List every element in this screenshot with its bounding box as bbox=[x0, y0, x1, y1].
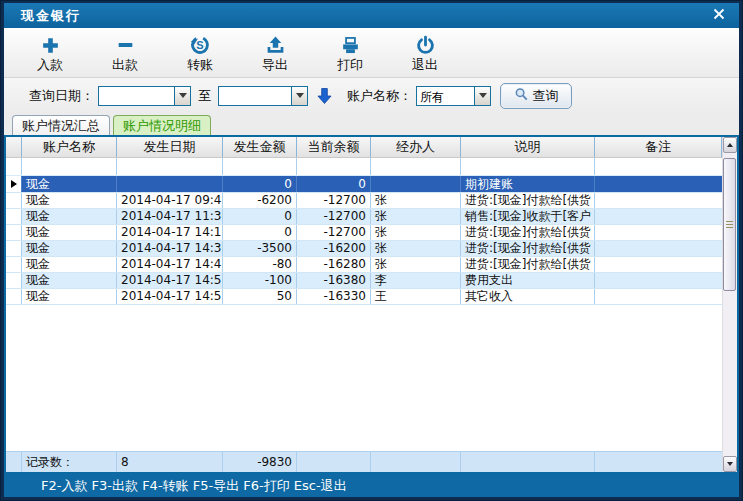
cell-note bbox=[595, 176, 722, 192]
scrollbar-up-button[interactable] bbox=[723, 137, 737, 153]
table-row[interactable]: 现金2014-04-17 14:31-3500-16200张进货:[现金]付款给… bbox=[6, 241, 722, 257]
transfer-label: 转账 bbox=[187, 57, 213, 73]
cell-account: 现金 bbox=[22, 209, 117, 224]
column-header-5[interactable]: 说明 bbox=[461, 137, 595, 157]
footer-empty-cell bbox=[371, 452, 461, 472]
account-combo-value[interactable]: 所有 bbox=[417, 87, 474, 105]
close-button[interactable] bbox=[709, 6, 729, 26]
cell-date: 2014-04-17 14:51 bbox=[117, 273, 223, 288]
cell-balance: -12700 bbox=[297, 209, 371, 224]
account-dropdown-button[interactable] bbox=[474, 87, 490, 105]
table-row[interactable]: 现金2014-04-17 14:160-12700张进货:[现金]付款给[供货 bbox=[6, 225, 722, 241]
vertical-scrollbar[interactable] bbox=[722, 137, 737, 472]
transfer-button[interactable]: S 转账 bbox=[167, 30, 233, 76]
withdraw-button[interactable]: 出款 bbox=[92, 30, 158, 76]
search-button-label: 查询 bbox=[533, 87, 559, 105]
empty-row[interactable] bbox=[6, 158, 722, 176]
date-to-dropdown-button[interactable] bbox=[291, 87, 307, 105]
chevron-down-icon bbox=[479, 93, 487, 98]
cell-account: 现金 bbox=[22, 225, 117, 240]
row-indicator-cell bbox=[6, 257, 22, 272]
cell-date: 2014-04-17 14:43 bbox=[117, 257, 223, 272]
column-header-1[interactable]: 发生日期 bbox=[117, 137, 223, 157]
exit-button[interactable]: 退出 bbox=[392, 30, 458, 76]
scrollbar-down-button[interactable] bbox=[723, 456, 737, 472]
tab-account-summary[interactable]: 账户情况汇总 bbox=[12, 115, 110, 135]
scrollbar-track[interactable] bbox=[723, 153, 737, 456]
date-to-combo[interactable] bbox=[218, 86, 308, 106]
column-header-2[interactable]: 发生金额 bbox=[223, 137, 297, 157]
cell-handler: 张 bbox=[371, 209, 461, 224]
footer-empty-cell bbox=[595, 452, 722, 472]
cell-desc: 销售:[现金]收款于[客户 bbox=[461, 209, 595, 224]
amount-sum-value: -9830 bbox=[223, 452, 297, 472]
table-row[interactable]: 现金2014-04-17 14:51-100-16380李费用支出 bbox=[6, 273, 722, 289]
table-row[interactable]: 现金2014-04-17 11:340-12700张销售:[现金]收款于[客户 bbox=[6, 209, 722, 225]
table-row[interactable]: 现金2014-04-17 14:5250-16330王其它收入 bbox=[6, 289, 722, 305]
account-combo[interactable]: 所有 bbox=[416, 86, 491, 106]
row-indicator-cell bbox=[6, 289, 22, 304]
record-count-value: 8 bbox=[117, 452, 223, 472]
search-button[interactable]: 查询 bbox=[500, 83, 572, 109]
window-title: 现金银行 bbox=[21, 7, 81, 25]
export-label: 导出 bbox=[262, 57, 288, 73]
column-header-6[interactable]: 备注 bbox=[595, 137, 722, 157]
table-header-row: 账户名称发生日期发生金额当前余额经办人说明备注 bbox=[6, 137, 722, 158]
cell-handler: 王 bbox=[371, 289, 461, 304]
table-row[interactable]: 现金2014-04-17 14:43-80-16280张进货:[现金]付款给[供… bbox=[6, 257, 722, 273]
thumb-grip-icon bbox=[726, 221, 733, 229]
cell-handler: 张 bbox=[371, 193, 461, 208]
cell-date: 2014-04-17 14:16 bbox=[117, 225, 223, 240]
scrollbar-thumb[interactable] bbox=[723, 158, 736, 291]
power-icon bbox=[415, 34, 436, 56]
footer-empty-cell bbox=[461, 452, 595, 472]
date-from-dropdown-button[interactable] bbox=[174, 87, 190, 105]
tab-account-detail[interactable]: 账户情况明细 bbox=[113, 115, 211, 135]
table-row[interactable]: 现金00期初建账 bbox=[6, 176, 722, 193]
query-date-label: 查询日期： bbox=[29, 87, 94, 105]
cell-balance: -12700 bbox=[297, 225, 371, 240]
cell-balance: -16200 bbox=[297, 241, 371, 256]
cell-account: 现金 bbox=[22, 241, 117, 256]
date-from-combo[interactable] bbox=[98, 86, 191, 106]
minus-icon bbox=[115, 34, 136, 56]
column-header-0[interactable]: 账户名称 bbox=[22, 137, 117, 157]
print-button[interactable]: 打印 bbox=[317, 30, 383, 76]
down-arrow-icon bbox=[317, 87, 332, 105]
cell-account: 现金 bbox=[22, 289, 117, 304]
empty-cell bbox=[461, 158, 595, 175]
row-indicator-cell bbox=[6, 273, 22, 288]
triangle-down-icon bbox=[727, 462, 733, 466]
cell-balance: 0 bbox=[297, 176, 371, 192]
query-bar: 查询日期： 至 账户名称： 所有 查询 bbox=[4, 78, 739, 113]
cell-desc: 其它收入 bbox=[461, 289, 595, 304]
toolbar: 入款 出款 S 转账 bbox=[4, 28, 739, 78]
export-button[interactable]: 导出 bbox=[242, 30, 308, 76]
exit-label: 退出 bbox=[412, 57, 438, 73]
cell-note bbox=[595, 257, 722, 272]
triangle-up-icon bbox=[727, 143, 733, 147]
cash-bank-window: 现金银行 入款 出款 S bbox=[0, 0, 743, 501]
record-count-row: 记录数：8-9830 bbox=[6, 451, 722, 472]
transfer-icon: S bbox=[189, 34, 211, 56]
empty-cell bbox=[595, 158, 722, 175]
empty-cell bbox=[117, 158, 223, 175]
empty-cell bbox=[6, 158, 22, 175]
row-indicator-cell bbox=[6, 209, 22, 224]
deposit-button[interactable]: 入款 bbox=[17, 30, 83, 76]
chevron-down-icon bbox=[296, 93, 304, 98]
row-indicator-cell bbox=[6, 225, 22, 240]
column-header-4[interactable]: 经办人 bbox=[371, 137, 461, 157]
cell-date: 2014-04-17 11:34 bbox=[117, 209, 223, 224]
date-from-value[interactable] bbox=[99, 87, 174, 105]
footer-indicator-cell bbox=[6, 452, 22, 472]
cell-amount: -6200 bbox=[223, 193, 297, 208]
table-row[interactable]: 现金2014-04-17 09:48-6200-12700张进货:[现金]付款给… bbox=[6, 193, 722, 209]
cell-amount: 50 bbox=[223, 289, 297, 304]
column-header-3[interactable]: 当前余额 bbox=[297, 137, 371, 157]
cell-desc: 期初建账 bbox=[461, 176, 595, 192]
cell-amount: 0 bbox=[223, 176, 297, 192]
date-to-value[interactable] bbox=[219, 87, 291, 105]
cell-balance: -16330 bbox=[297, 289, 371, 304]
row-indicator-cell bbox=[6, 176, 22, 192]
